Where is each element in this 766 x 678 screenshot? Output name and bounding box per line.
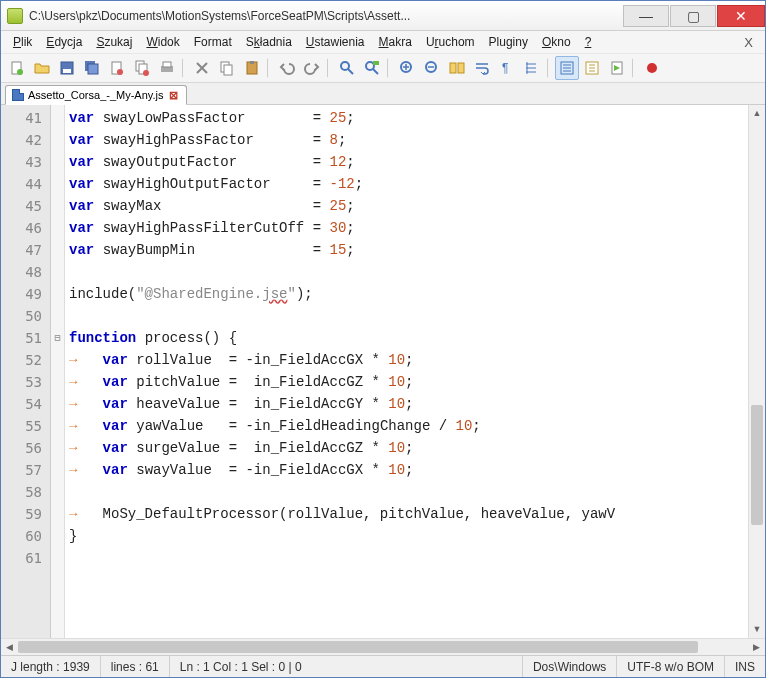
svg-text:¶: ¶ xyxy=(502,61,508,75)
status-lines: lines : 61 xyxy=(101,656,170,677)
menu-szukaj[interactable]: Szukaj xyxy=(90,33,138,51)
svg-point-7 xyxy=(117,69,123,75)
menu-widok[interactable]: Widok xyxy=(140,33,185,51)
status-insert-mode: INS xyxy=(725,656,765,677)
toolbar-separator xyxy=(327,58,332,78)
svg-point-18 xyxy=(366,62,374,70)
menu-uruchom[interactable]: Uruchom xyxy=(420,33,481,51)
print-button[interactable] xyxy=(155,56,179,80)
toolbar-separator xyxy=(547,58,552,78)
svg-point-28 xyxy=(647,63,657,73)
copy-button[interactable] xyxy=(215,56,239,80)
find-button[interactable] xyxy=(335,56,359,80)
save-button[interactable] xyxy=(55,56,79,80)
doc-map-button[interactable] xyxy=(605,56,629,80)
close-file-button[interactable] xyxy=(105,56,129,80)
code-editor[interactable]: var swayLowPassFactor = 25;var swayHighP… xyxy=(65,105,748,638)
maximize-button[interactable]: ▢ xyxy=(670,5,716,27)
file-icon xyxy=(12,89,24,101)
vertical-scrollbar[interactable]: ▲ ▼ xyxy=(748,105,765,638)
app-icon xyxy=(7,8,23,24)
zoom-out-button[interactable] xyxy=(420,56,444,80)
menu-edycja[interactable]: Edycja xyxy=(40,33,88,51)
undo-button[interactable] xyxy=(275,56,299,80)
toolbar-separator xyxy=(387,58,392,78)
replace-button[interactable] xyxy=(360,56,384,80)
title-bar: C:\Users\pkz\Documents\MotionSystems\For… xyxy=(1,1,765,31)
toolbar-separator xyxy=(182,58,187,78)
menu-makra[interactable]: Makra xyxy=(373,33,418,51)
horizontal-scrollbar[interactable]: ◀ ▶ xyxy=(1,638,765,655)
tab-close-icon[interactable]: ⊠ xyxy=(168,89,180,101)
scrollbar-thumb[interactable] xyxy=(18,641,698,653)
scroll-left-icon[interactable]: ◀ xyxy=(1,642,18,652)
paste-button[interactable] xyxy=(240,56,264,80)
function-list-button[interactable] xyxy=(580,56,604,80)
svg-rect-23 xyxy=(458,63,464,73)
status-bar: J length : 1939 lines : 61 Ln : 1 Col : … xyxy=(1,655,765,677)
new-file-button[interactable] xyxy=(5,56,29,80)
status-encoding: UTF-8 w/o BOM xyxy=(617,656,725,677)
status-eol: Dos\Windows xyxy=(523,656,617,677)
toolbar-separator xyxy=(632,58,637,78)
menu-ustawienia[interactable]: Ustawienia xyxy=(300,33,371,51)
status-length: J length : 1939 xyxy=(1,656,101,677)
window-title: C:\Users\pkz\Documents\MotionSystems\For… xyxy=(29,9,622,23)
tab-active[interactable]: Assetto_Corsa_-_My-Any.js ⊠ xyxy=(5,85,187,105)
menu-plik[interactable]: Plik xyxy=(7,33,38,51)
svg-point-1 xyxy=(17,69,23,75)
scroll-up-icon[interactable]: ▲ xyxy=(749,105,765,122)
fold-column[interactable]: ⊟ xyxy=(51,105,65,638)
tab-label: Assetto_Corsa_-_My-Any.js xyxy=(28,89,164,101)
svg-rect-22 xyxy=(450,63,456,73)
menu-okno[interactable]: Okno xyxy=(536,33,577,51)
svg-rect-12 xyxy=(163,62,171,67)
zoom-in-button[interactable] xyxy=(395,56,419,80)
scroll-right-icon[interactable]: ▶ xyxy=(748,642,765,652)
cut-button[interactable] xyxy=(190,56,214,80)
svg-rect-16 xyxy=(250,61,254,64)
menu-skladnia[interactable]: Składnia xyxy=(240,33,298,51)
svg-rect-14 xyxy=(224,65,232,75)
line-number-gutter: 4142434445464748495051525354555657585960… xyxy=(1,105,51,638)
menu-help[interactable]: ? xyxy=(579,33,598,51)
svg-rect-5 xyxy=(88,64,98,74)
menu-format[interactable]: Format xyxy=(188,33,238,51)
tab-strip: Assetto_Corsa_-_My-Any.js ⊠ xyxy=(1,83,765,105)
folder-view-button[interactable] xyxy=(555,56,579,80)
editor-area: 4142434445464748495051525354555657585960… xyxy=(1,105,765,638)
menu-close-doc[interactable]: X xyxy=(738,33,759,52)
svg-rect-19 xyxy=(373,61,379,65)
close-button[interactable]: ✕ xyxy=(717,5,765,27)
indent-guide-button[interactable] xyxy=(520,56,544,80)
scrollbar-thumb[interactable] xyxy=(751,405,763,525)
toolbar: ¶ xyxy=(1,53,765,83)
minimize-button[interactable]: — xyxy=(623,5,669,27)
save-all-button[interactable] xyxy=(80,56,104,80)
menu-bar: Plik Edycja Szukaj Widok Format Składnia… xyxy=(1,31,765,53)
sync-button[interactable] xyxy=(445,56,469,80)
record-macro-button[interactable] xyxy=(640,56,664,80)
close-all-button[interactable] xyxy=(130,56,154,80)
toolbar-separator xyxy=(267,58,272,78)
wordwrap-button[interactable] xyxy=(470,56,494,80)
menu-pluginy[interactable]: Pluginy xyxy=(483,33,534,51)
redo-button[interactable] xyxy=(300,56,324,80)
svg-rect-3 xyxy=(63,69,71,73)
show-all-chars-button[interactable]: ¶ xyxy=(495,56,519,80)
svg-point-17 xyxy=(341,62,349,70)
scroll-down-icon[interactable]: ▼ xyxy=(749,621,765,638)
open-file-button[interactable] xyxy=(30,56,54,80)
svg-point-10 xyxy=(143,70,149,76)
status-position: Ln : 1 Col : 1 Sel : 0 | 0 xyxy=(170,656,523,677)
